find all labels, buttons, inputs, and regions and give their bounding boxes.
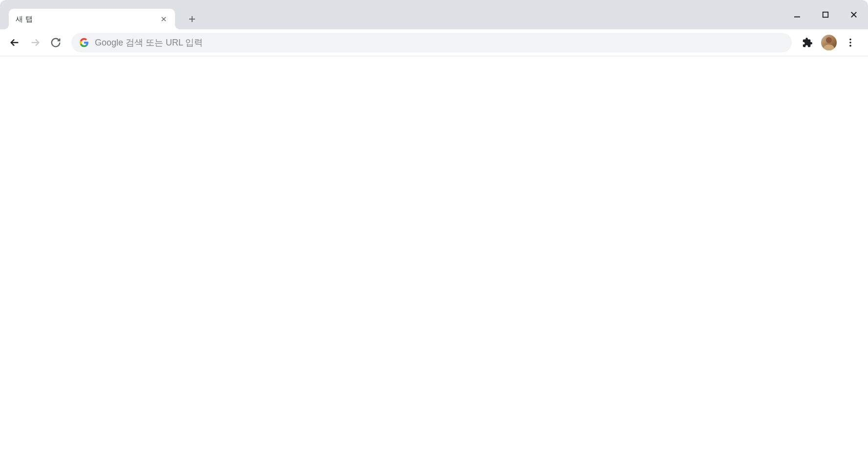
window-controls [785, 0, 868, 29]
tab-strip: 새 탭 [0, 0, 785, 29]
extensions-icon [802, 37, 813, 48]
profile-avatar[interactable] [821, 35, 837, 50]
minimize-button[interactable] [785, 4, 809, 25]
maximize-icon [821, 10, 830, 19]
content-area [0, 56, 868, 475]
svg-rect-5 [823, 12, 828, 18]
arrow-right-icon [30, 37, 41, 48]
close-window-button[interactable] [842, 4, 866, 25]
toolbar-actions [799, 34, 862, 51]
close-icon [849, 10, 858, 19]
arrow-left-icon [9, 37, 20, 48]
google-icon [79, 38, 89, 47]
more-vert-icon [845, 37, 856, 48]
tab-title: 새 탭 [16, 15, 159, 24]
svg-point-10 [849, 39, 851, 41]
reload-button[interactable] [47, 34, 65, 51]
new-tab-button[interactable] [184, 11, 200, 27]
reload-icon [50, 37, 61, 48]
close-icon [160, 16, 167, 23]
toolbar [0, 29, 868, 56]
menu-button[interactable] [842, 34, 859, 51]
tab-strip-region: 새 탭 [0, 0, 868, 29]
forward-button[interactable] [26, 34, 44, 51]
address-bar[interactable] [71, 33, 792, 52]
minimize-icon [793, 10, 802, 19]
browser-tab[interactable]: 새 탭 [9, 9, 175, 29]
extensions-button[interactable] [799, 34, 816, 51]
svg-point-11 [849, 42, 851, 44]
back-button[interactable] [6, 34, 23, 51]
svg-point-12 [849, 45, 851, 47]
address-input[interactable] [95, 38, 784, 48]
plus-icon [188, 15, 196, 23]
close-tab-button[interactable] [159, 15, 168, 23]
maximize-button[interactable] [813, 4, 838, 25]
